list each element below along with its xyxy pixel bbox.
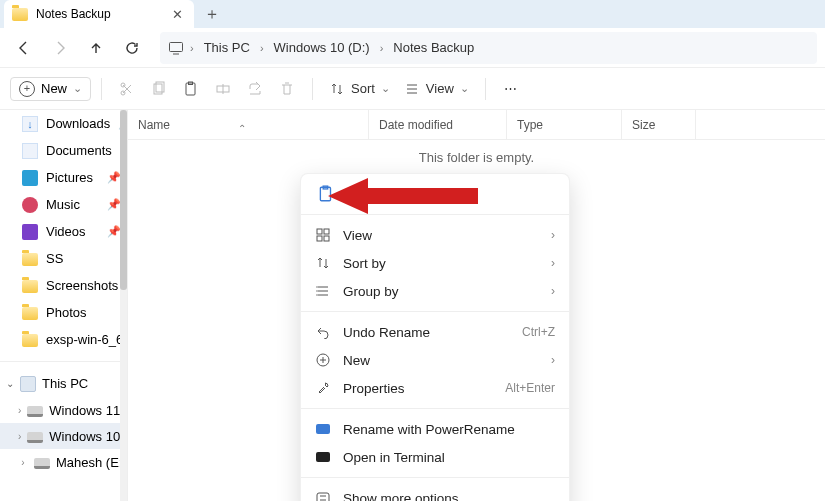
sidebar-item[interactable]: SS (0, 245, 127, 272)
breadcrumb-item[interactable]: Notes Backup (389, 38, 478, 57)
ctx-terminal[interactable]: Open in Terminal (301, 443, 569, 471)
up-button[interactable] (80, 32, 112, 64)
sidebar-item[interactable]: Documents 📌 (0, 137, 127, 164)
sidebar-item-label: exsp-win-6_6_0- (46, 332, 127, 347)
empty-message: This folder is empty. (128, 150, 825, 165)
pin-icon: 📌 (107, 198, 121, 211)
separator (485, 78, 486, 100)
chevron-right-icon: › (190, 42, 194, 54)
chevron-right-icon[interactable]: › (18, 457, 28, 468)
paste-button[interactable] (176, 74, 206, 104)
col-size[interactable]: Size (621, 110, 696, 139)
ctx-properties[interactable]: PropertiesAlt+Enter (301, 374, 569, 402)
context-menu: View› Sort by› Group by› Undo RenameCtrl… (300, 173, 570, 501)
sidebar-item[interactable]: Videos 📌 (0, 218, 127, 245)
chevron-right-icon[interactable]: › (18, 405, 21, 416)
pic-icon (22, 170, 38, 186)
tab-title: Notes Backup (36, 7, 111, 21)
sidebar-item[interactable]: exsp-win-6_6_0- (0, 326, 127, 353)
close-icon[interactable]: ✕ (170, 7, 184, 21)
col-name[interactable]: Name (128, 118, 368, 132)
separator (101, 78, 102, 100)
terminal-icon (315, 449, 331, 465)
sidebar-drive[interactable]: › Windows 10 (D:) (0, 423, 127, 449)
sidebar-drive[interactable]: › Windows 11 (C:) (0, 397, 127, 423)
sidebar-item[interactable]: Music 📌 (0, 191, 127, 218)
chevron-right-icon: › (551, 228, 555, 242)
chevron-right-icon[interactable]: › (18, 431, 21, 442)
cut-button[interactable] (112, 74, 142, 104)
music-icon (22, 197, 38, 213)
sort-label: Sort (351, 81, 375, 96)
sort-icon (315, 255, 331, 271)
tab-notes-backup[interactable]: Notes Backup ✕ (4, 0, 194, 28)
ctx-paste-button[interactable] (313, 181, 339, 207)
ctx-new[interactable]: New› (301, 346, 569, 374)
svg-point-15 (316, 290, 317, 291)
svg-point-14 (316, 286, 317, 287)
column-headers: Name Date modified Type Size (128, 110, 825, 140)
sidebar-item-label: Windows 10 (D:) (49, 429, 127, 444)
chevron-right-icon: › (551, 353, 555, 367)
ctx-more[interactable]: Show more options (301, 484, 569, 501)
ctx-undo[interactable]: Undo RenameCtrl+Z (301, 318, 569, 346)
sidebar-item[interactable]: Photos (0, 299, 127, 326)
scrollbar[interactable] (120, 110, 127, 501)
svg-point-16 (316, 294, 317, 295)
svg-rect-0 (170, 42, 183, 51)
sidebar: Downloads 📌 Documents 📌 Pictures 📌 Music… (0, 110, 128, 501)
svg-rect-12 (317, 236, 322, 241)
toolbar: + New ⌄ Sort ⌄ View ⌄ ⋯ (0, 68, 825, 110)
sidebar-item[interactable]: Pictures 📌 (0, 164, 127, 191)
sidebar-item-label: Screenshots (46, 278, 118, 293)
plus-icon (315, 352, 331, 368)
nav-row: › This PC › Windows 10 (D:) › Notes Back… (0, 28, 825, 68)
grid-icon (315, 227, 331, 243)
chevron-right-icon: › (380, 42, 384, 54)
sidebar-item-label: SS (46, 251, 63, 266)
copy-button[interactable] (144, 74, 174, 104)
breadcrumb[interactable]: › This PC › Windows 10 (D:) › Notes Back… (160, 32, 817, 64)
ctx-powerrename[interactable]: Rename with PowerRename (301, 415, 569, 443)
sidebar-thispc[interactable]: ⌄ This PC (0, 370, 127, 397)
breadcrumb-item[interactable]: This PC (200, 38, 254, 57)
col-type[interactable]: Type (506, 110, 621, 139)
sidebar-item-label: Windows 11 (C:) (49, 403, 127, 418)
delete-button[interactable] (272, 74, 302, 104)
view-label: View (426, 81, 454, 96)
sidebar-item-label: Videos (46, 224, 86, 239)
folder-icon (22, 280, 38, 293)
chevron-right-icon: › (260, 42, 264, 54)
ctx-groupby[interactable]: Group by› (301, 277, 569, 305)
separator (312, 78, 313, 100)
chevron-down-icon: ⌄ (381, 82, 390, 95)
pc-icon (20, 376, 36, 392)
sidebar-item-label: Pictures (46, 170, 93, 185)
sidebar-drive[interactable]: › Mahesh (E:) (0, 449, 127, 475)
view-button[interactable]: View ⌄ (398, 74, 475, 104)
sort-button[interactable]: Sort ⌄ (323, 74, 396, 104)
rename-button[interactable] (208, 74, 238, 104)
monitor-icon (168, 40, 184, 56)
share-button[interactable] (240, 74, 270, 104)
refresh-button[interactable] (116, 32, 148, 64)
back-button[interactable] (8, 32, 40, 64)
sidebar-item[interactable]: Screenshots (0, 272, 127, 299)
chevron-down-icon: ⌄ (73, 82, 82, 95)
new-tab-button[interactable]: ＋ (194, 0, 230, 28)
col-date[interactable]: Date modified (368, 110, 506, 139)
forward-button[interactable] (44, 32, 76, 64)
doc-icon (22, 143, 38, 159)
folder-icon (12, 8, 28, 21)
more-button[interactable]: ⋯ (496, 74, 526, 104)
svg-rect-11 (324, 229, 329, 234)
sidebar-item[interactable]: Downloads 📌 (0, 110, 127, 137)
new-button[interactable]: + New ⌄ (10, 77, 91, 101)
ctx-sortby[interactable]: Sort by› (301, 249, 569, 277)
vid-icon (22, 224, 38, 240)
ctx-view[interactable]: View› (301, 221, 569, 249)
new-label: New (41, 81, 67, 96)
breadcrumb-item[interactable]: Windows 10 (D:) (270, 38, 374, 57)
drive-icon (27, 406, 43, 417)
group-icon (315, 283, 331, 299)
